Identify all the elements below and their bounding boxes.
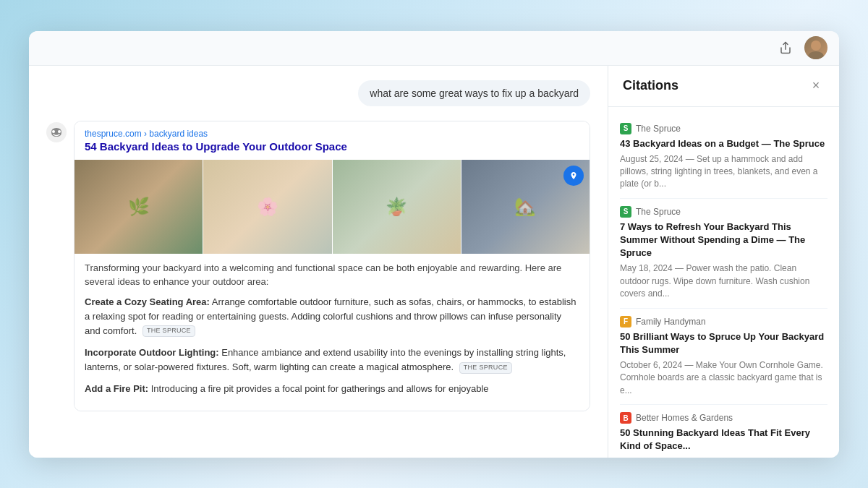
citation-item-4[interactable]: B Better Homes & Gardens 50 Stunning Bac… (620, 405, 827, 457)
citations-header: Citations × (608, 66, 839, 107)
user-message: what are some great ways to fix up a bac… (358, 80, 590, 106)
bullet-list: Create a Cozy Seating Area: Arrange comf… (85, 295, 579, 397)
citation-title-4: 50 Stunning Backyard Ideas That Fit Ever… (620, 427, 827, 453)
citation-favicon-2: S (620, 206, 631, 218)
citation-source-row-4: B Better Homes & Gardens (620, 412, 827, 424)
citation-source-name-2: The Spruce (636, 207, 681, 217)
citation-source-row-2: S The Spruce (620, 206, 827, 218)
citation-source-name-3: Family Handyman (636, 317, 706, 327)
top-bar (29, 31, 839, 66)
ai-avatar-icon (46, 122, 67, 142)
result-site: thespruce.com › backyard ideas (85, 129, 579, 139)
result-image-1: 🌿 (75, 160, 203, 254)
list-item: Add a Fire Pit: Introducing a fire pit p… (85, 382, 579, 396)
result-image-2: 🌸 (203, 160, 331, 254)
citation-item-2[interactable]: S The Spruce 7 Ways to Refresh Your Back… (620, 199, 827, 309)
bullet-1-heading: Create a Cozy Seating Area: (85, 296, 210, 307)
citation-source-row-3: F Family Handyman (620, 316, 827, 328)
citation-snippet-1: August 25, 2024 — Set up a hammock and a… (620, 153, 827, 191)
result-body: Transforming your backyard into a welcom… (75, 254, 590, 411)
app-window: what are some great ways to fix up a bac… (29, 31, 839, 458)
ai-message-container: thespruce.com › backyard ideas 54 Backya… (46, 121, 590, 421)
share-button[interactable] (774, 36, 797, 59)
bullet-3-text: Introducing a fire pit provides a focal … (151, 383, 489, 394)
result-header: thespruce.com › backyard ideas 54 Backya… (75, 121, 590, 160)
user-message-text: what are some great ways to fix up a bac… (370, 87, 579, 99)
citations-panel: Citations × S The Spruce 43 Backyard Ide… (608, 66, 839, 458)
svg-point-1 (811, 40, 821, 51)
list-item: Incorporate Outdoor Lighting: Enhance am… (85, 346, 579, 374)
result-description: Transforming your backyard into a welcom… (85, 261, 579, 289)
bullet-2-heading: Incorporate Outdoor Lighting: (85, 347, 219, 358)
chat-area: what are some great ways to fix up a bac… (29, 66, 608, 458)
avatar[interactable] (804, 36, 827, 59)
ai-message-content: thespruce.com › backyard ideas 54 Backya… (74, 121, 590, 421)
citation-favicon-3: F (620, 316, 631, 328)
citation-source-row-1: S The Spruce (620, 123, 827, 134)
citation-snippet-4: May 7, 2024 — Whether you're looking for… (620, 456, 827, 458)
citation-snippet-3: October 6, 2024 — Make Your Own Cornhole… (620, 359, 827, 397)
citation-source-name-1: The Spruce (636, 124, 681, 134)
svg-point-2 (808, 51, 824, 59)
citation-item-3[interactable]: F Family Handyman 50 Brilliant Ways to S… (620, 309, 827, 406)
result-image-3: 🪴 (333, 160, 461, 254)
close-button[interactable]: × (807, 77, 825, 95)
citation-title-3: 50 Brilliant Ways to Spruce Up Your Back… (620, 330, 827, 356)
svg-point-4 (52, 130, 55, 133)
citation-snippet-2: May 18, 2024 — Power wash the patio. Cle… (620, 262, 827, 300)
bullet-3-heading: Add a Fire Pit: (85, 383, 148, 394)
citations-title: Citations (623, 78, 678, 93)
result-images: 🌿 🌸 🪴 🏡 (75, 160, 590, 254)
citations-list: S The Spruce 43 Backyard Ideas on a Budg… (608, 107, 839, 458)
citation-item-1[interactable]: S The Spruce 43 Backyard Ideas on a Budg… (620, 116, 827, 199)
citation-source-name-4: Better Homes & Gardens (636, 413, 733, 423)
bookmark-button[interactable] (563, 166, 584, 186)
result-image-4: 🏡 (461, 160, 590, 254)
main-content: what are some great ways to fix up a bac… (29, 66, 839, 458)
user-message-container: what are some great ways to fix up a bac… (46, 80, 590, 106)
result-title: 54 Backyard Ideas to Upgrade Your Outdoo… (85, 140, 579, 153)
svg-point-5 (58, 130, 61, 133)
citation-title-2: 7 Ways to Refresh Your Backyard This Sum… (620, 221, 827, 260)
result-card: thespruce.com › backyard ideas 54 Backya… (74, 121, 590, 412)
list-item: Create a Cozy Seating Area: Arrange comf… (85, 295, 579, 338)
citation-favicon-4: B (620, 412, 631, 424)
source-tag-2: THE SPRUCE (459, 362, 512, 374)
citation-title-1: 43 Backyard Ideas on a Budget — The Spru… (620, 137, 827, 150)
source-tag-1: THE SPRUCE (142, 325, 195, 337)
citation-favicon-1: S (620, 123, 631, 134)
chat-messages: what are some great ways to fix up a bac… (29, 66, 608, 458)
